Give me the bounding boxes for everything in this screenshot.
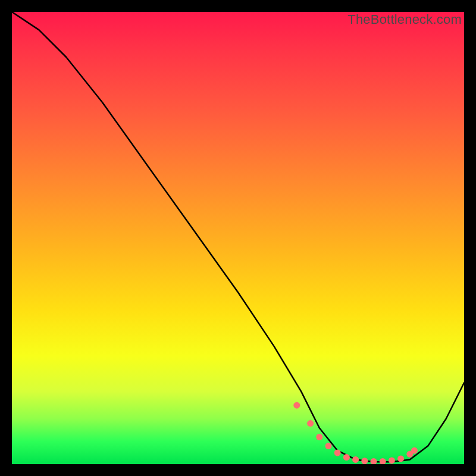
data-marker — [316, 434, 322, 440]
data-marker — [343, 454, 350, 461]
data-marker — [380, 458, 386, 464]
chart-frame: TheBottleneck.com — [12, 12, 464, 464]
chart-svg — [12, 12, 464, 464]
data-marker — [397, 455, 404, 462]
data-marker — [371, 458, 377, 464]
watermark-text: TheBottleneck.com — [347, 12, 462, 27]
data-marker — [411, 447, 418, 454]
data-marker — [293, 402, 300, 409]
bottleneck-curve — [12, 12, 464, 462]
data-marker — [389, 457, 395, 464]
data-marker — [325, 443, 332, 449]
data-marker — [307, 420, 314, 427]
data-marker — [352, 456, 359, 463]
marker-group — [293, 402, 418, 464]
data-marker — [361, 458, 368, 464]
data-marker — [334, 450, 341, 456]
